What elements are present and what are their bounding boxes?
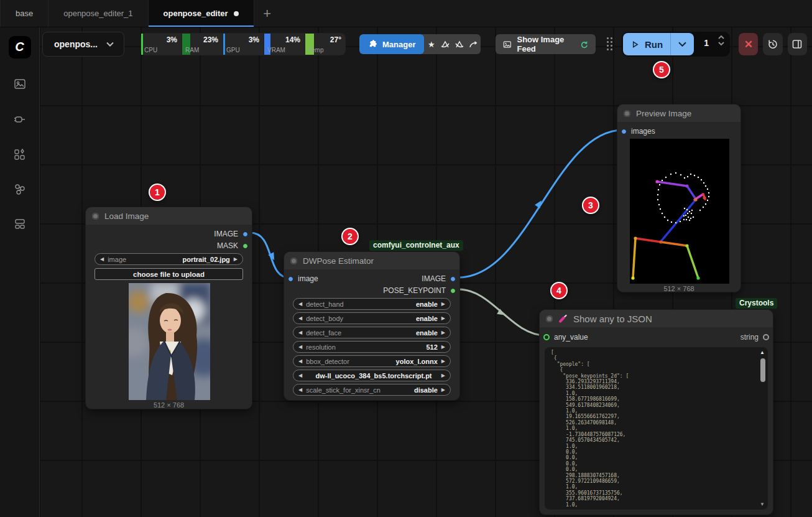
image-combo-widget[interactable]: ◀ image portrait_02.jpg ▶ (95, 253, 243, 265)
scroll-thumb[interactable] (760, 358, 765, 382)
scroll-down-icon[interactable]: ▼ (760, 501, 765, 507)
toolbar-drag-handle[interactable] (607, 37, 613, 51)
node-load-image[interactable]: Load Image IMAGE MASK ◀ image portrait_0… (85, 207, 252, 409)
collapse-dot[interactable] (546, 315, 553, 322)
history-button[interactable] (763, 33, 782, 55)
prev-arrow-icon[interactable]: ◀ (298, 387, 302, 393)
monitor: VRAM 14% (264, 34, 304, 55)
node-plug-icon[interactable] (9, 109, 31, 129)
comfyui-logo[interactable]: C (9, 36, 31, 58)
star-icon[interactable]: ★ (424, 40, 438, 49)
output-pose-keypoint: POSE_KEYPOINT (383, 286, 456, 296)
tab-base[interactable]: base (0, 0, 48, 27)
next-arrow-icon[interactable]: ▶ (441, 344, 445, 350)
collapse-dot[interactable] (624, 110, 630, 117)
refresh-icon (580, 40, 588, 49)
output-image: IMAGE (422, 274, 456, 284)
next-arrow-icon[interactable]: ▶ (441, 373, 445, 378)
panel-right-icon (791, 39, 803, 50)
node-title: Load Image (104, 212, 149, 221)
scroll-up-icon[interactable]: ▲ (760, 350, 765, 355)
next-arrow-icon[interactable]: ▶ (234, 256, 238, 262)
model-library-icon[interactable] (9, 144, 31, 164)
share-icon[interactable] (466, 40, 481, 49)
next-arrow-icon[interactable]: ▶ (441, 358, 445, 364)
prev-arrow-icon[interactable]: ◀ (298, 315, 302, 321)
json-text: [ { "people": [ { "pose_keypoints_2d": [… (551, 350, 757, 507)
combo-widget[interactable]: ◀ bbox_detector yolox_l.onnx ▶ (293, 355, 451, 367)
combo-widget[interactable]: ◀ scale_stick_for_xinsr_cn disable ▶ (293, 384, 451, 396)
workflow-select[interactable]: openpos... (42, 32, 124, 57)
tab-openpose-editer[interactable]: openpose_editer (149, 0, 254, 27)
batch-count-input[interactable]: 1 (695, 33, 729, 55)
next-arrow-icon[interactable]: ▶ (441, 387, 445, 393)
node-header[interactable]: Show any to JSON (540, 310, 773, 327)
next-arrow-icon[interactable]: ▶ (441, 301, 445, 307)
step-marker: 4 (550, 282, 568, 299)
clear-queue-button[interactable]: ✕ (739, 33, 758, 55)
left-sidebar: C (0, 27, 40, 517)
prev-arrow-icon[interactable]: ◀ (298, 344, 302, 350)
prev-arrow-icon[interactable]: ◀ (298, 373, 302, 378)
output-port-string[interactable] (763, 334, 769, 340)
workflow-tab-bar: base openpose_editer_1 openpose_editer + (0, 0, 812, 27)
input-port-any-value[interactable] (543, 334, 550, 340)
templates-icon[interactable] (9, 214, 31, 234)
node-header[interactable]: Preview Image (617, 105, 740, 122)
queue-icon[interactable] (9, 75, 31, 95)
tab-openpose-editer-1[interactable]: openpose_editer_1 (48, 0, 148, 27)
combo-widget[interactable]: ◀ detect_hand enable ▶ (293, 298, 451, 310)
prev-arrow-icon[interactable]: ◀ (298, 330, 302, 335)
node-preview-image[interactable]: Preview Image images 512 × 768 (617, 104, 741, 292)
next-arrow-icon[interactable]: ▶ (441, 315, 445, 321)
pose-preview-image (630, 139, 729, 284)
combo-widget[interactable]: ◀ dw-ll_ucoco_384_bs5.torchscript.pt ▶ (293, 370, 451, 381)
upload-button[interactable]: choose file to upload (95, 268, 243, 280)
workflows-icon[interactable] (9, 179, 31, 199)
panel-toggle-button[interactable] (788, 33, 807, 55)
node-header[interactable]: DWPose Estimator (284, 252, 459, 269)
step-marker: 1 (149, 184, 166, 201)
collapse-dot[interactable] (290, 258, 297, 264)
image-size-caption: 512 × 768 (86, 401, 252, 409)
scrollbar[interactable]: ▲ ▼ (759, 348, 767, 508)
node-show-any-to-json[interactable]: Show any to JSON any_value string [ { "p… (539, 309, 773, 515)
update-check-icon[interactable] (438, 40, 453, 49)
combo-widget[interactable]: ◀ detect_body enable ▶ (293, 312, 451, 324)
update-all-icon[interactable] (453, 40, 467, 49)
input-port-images[interactable] (621, 129, 627, 134)
combo-widget[interactable]: ◀ resolution 512 ▶ (293, 341, 451, 353)
usage-bar (223, 34, 225, 55)
output-mask: MASK (217, 241, 248, 251)
prev-arrow-icon[interactable]: ◀ (100, 256, 104, 262)
usage-bar (141, 34, 143, 55)
new-tab-button[interactable]: + (254, 0, 280, 27)
comfyui-window: base openpose_editer_1 openpose_editer +… (0, 0, 812, 517)
collapse-dot[interactable] (92, 213, 99, 220)
run-group: Run 1 (622, 32, 730, 57)
play-icon (630, 40, 640, 49)
output-port-image[interactable] (242, 231, 248, 237)
input-port-image[interactable] (288, 276, 293, 282)
node-header[interactable]: Load Image (86, 207, 252, 225)
step-marker: 5 (653, 61, 670, 78)
output-port-image[interactable] (450, 276, 456, 282)
system-monitors: CPU 3% RAM 23% GPU 3% VRAM (141, 33, 346, 55)
next-arrow-icon[interactable]: ▶ (441, 330, 445, 335)
prev-arrow-icon[interactable]: ◀ (298, 301, 302, 307)
unsaved-dot-icon (234, 11, 239, 16)
step-down-icon[interactable] (718, 42, 724, 45)
prev-arrow-icon[interactable]: ◀ (298, 358, 302, 364)
json-output-textarea[interactable]: [ { "people": [ { "pose_keypoints_2d": [… (545, 347, 768, 510)
node-dwpose-estimator[interactable]: DWPose Estimator image IMAGE POSE_KEYPOI… (284, 251, 460, 401)
step-up-icon[interactable] (718, 35, 724, 39)
output-port-pose[interactable] (450, 288, 456, 294)
output-port-mask[interactable] (242, 243, 248, 249)
show-image-feed-button[interactable]: Show Image Feed (496, 34, 596, 54)
manager-button[interactable]: Manager (359, 34, 424, 54)
run-button[interactable]: Run (623, 33, 694, 55)
brush-icon (558, 314, 568, 324)
combo-widget[interactable]: ◀ detect_face enable ▶ (293, 327, 451, 338)
run-options-caret[interactable] (670, 33, 694, 55)
node-pack-badge: Crystools (736, 298, 777, 309)
